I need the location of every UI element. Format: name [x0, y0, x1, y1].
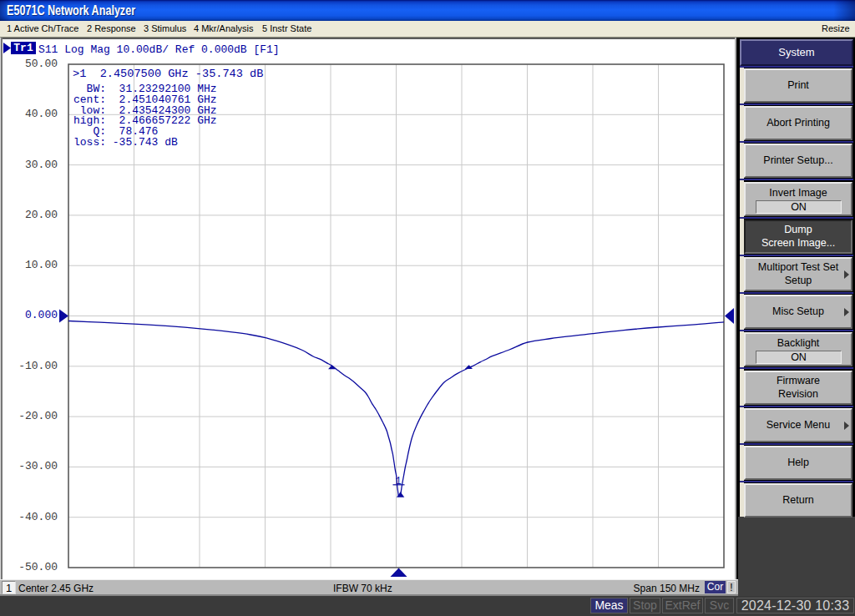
svg-text:1: 1	[396, 476, 402, 487]
